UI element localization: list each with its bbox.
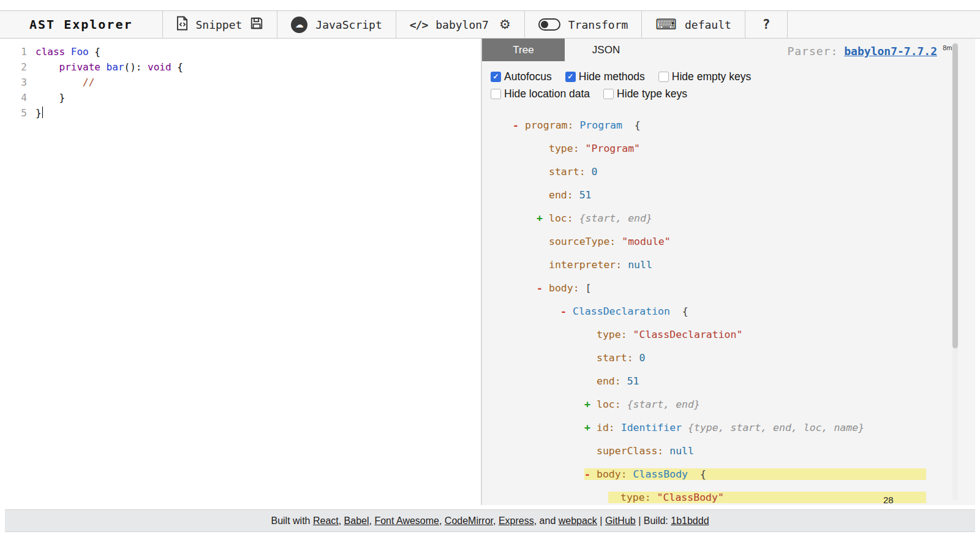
checkbox-hide-methods[interactable]: ✓Hide methods — [565, 70, 645, 83]
parser-selector[interactable]: </> babylon7 ⚙ — [396, 11, 525, 38]
tab-tree[interactable]: Tree — [482, 39, 565, 61]
collapse-icon[interactable]: - — [560, 305, 573, 317]
code-text: class Foo { — [27, 44, 100, 59]
tree-row[interactable]: superClass: null — [482, 439, 975, 462]
tree-row[interactable]: sourceType: "module" — [482, 230, 975, 253]
parser-info: Parser: babylon7-7.7.2 — [787, 39, 937, 63]
tree-options: ✓Autofocus✓Hide methodsHide empty keys H… — [491, 68, 762, 102]
language-selector[interactable]: ☁ JavaScript — [277, 11, 396, 38]
footer-link-webpack[interactable]: webpack — [559, 515, 597, 526]
checkbox-box[interactable] — [491, 89, 501, 99]
tree-row[interactable]: +id: Identifier {type, start, end, loc, … — [482, 416, 975, 439]
app-title: AST Explorer — [13, 17, 149, 32]
tree-row[interactable]: -body: ClassBody { — [482, 462, 975, 485]
code-icon: </> — [410, 18, 428, 31]
checkbox-label: Autofocus — [504, 70, 552, 83]
parser-name-label: babylon7 — [435, 18, 489, 31]
checkbox-autofocus[interactable]: ✓Autofocus — [491, 70, 552, 83]
footer-link-codemirror[interactable]: CodeMirror — [445, 515, 493, 526]
footer: Built with React, Babel, Font Awesome, C… — [5, 509, 975, 532]
parser-version-link[interactable]: babylon7-7.7.2 — [844, 45, 937, 58]
footer-text: Built with React, Babel, Font Awesome, C… — [271, 515, 709, 527]
code-line[interactable]: 3 // — [5, 75, 481, 90]
footer-text-seg: | — [597, 515, 605, 526]
keyboard-icon: ⌨ — [655, 16, 677, 33]
code-line[interactable]: 1class Foo { — [5, 44, 481, 59]
code-line[interactable]: 5} — [5, 105, 481, 121]
footer-link-font-awesome[interactable]: Font Awesome — [374, 515, 439, 526]
keymap-selector[interactable]: ⌨ default — [642, 11, 745, 38]
expand-icon[interactable]: + — [537, 212, 549, 224]
tree-row[interactable]: type: "ClassBody" — [482, 485, 975, 505]
checkbox-label: Hide empty keys — [672, 70, 751, 83]
editor-lines: 1class Foo {2 private bar(): void {3 //4… — [5, 44, 481, 121]
opt-row-1: ✓Autofocus✓Hide methodsHide empty keys — [491, 68, 762, 85]
help-icon: ? — [759, 17, 774, 32]
checkbox-box[interactable] — [658, 72, 669, 82]
checkbox-hide-empty-keys[interactable]: Hide empty keys — [658, 70, 751, 83]
tree-row[interactable]: +loc: {start, end} — [482, 206, 975, 230]
footer-text-seg: , — [339, 515, 344, 526]
collapse-icon[interactable]: - — [537, 282, 549, 294]
checkbox-box[interactable] — [603, 89, 614, 99]
checkbox-hide-type-keys[interactable]: Hide type keys — [603, 88, 687, 100]
file-code-icon — [176, 16, 188, 33]
checkbox-label: Hide location data — [504, 88, 590, 100]
footer-link-github[interactable]: GitHub — [605, 515, 636, 526]
collapse-icon[interactable]: - — [513, 119, 525, 131]
collapse-icon[interactable]: - — [584, 468, 597, 480]
parser-label: Parser: — [787, 45, 838, 58]
tree-row[interactable]: -body: [ — [482, 276, 975, 299]
toolbar: AST Explorer Snippet ☁ — [0, 10, 980, 39]
code-line[interactable]: 4 } — [5, 90, 481, 105]
cloud-icon: ☁ — [291, 17, 307, 33]
snippet-button[interactable]: Snippet — [163, 11, 278, 38]
tree-row[interactable]: -program: Program { — [482, 113, 975, 137]
scroll-hint-text: 28 — [883, 495, 894, 505]
code-line[interactable]: 2 private bar(): void { — [5, 59, 481, 75]
tab-json[interactable]: JSON — [565, 39, 647, 61]
checkbox-box[interactable]: ✓ — [565, 72, 576, 82]
app-title-section: AST Explorer — [0, 11, 163, 38]
tree-row[interactable]: interpreter: null — [482, 253, 975, 276]
text-cursor — [42, 107, 43, 118]
expand-icon[interactable]: + — [584, 399, 597, 410]
tree-row[interactable]: type: "Program" — [482, 137, 975, 160]
checkbox-box[interactable]: ✓ — [491, 72, 501, 82]
scrollbar-thumb[interactable] — [952, 43, 958, 348]
language-label: JavaScript — [315, 18, 382, 31]
tree-row[interactable]: +loc: {start, end} — [482, 392, 975, 416]
checkbox-label: Hide methods — [579, 70, 645, 83]
tree-row[interactable]: end: 51 — [482, 183, 975, 206]
checkbox-hide-location-data[interactable]: Hide location data — [491, 88, 590, 100]
tree-row[interactable]: -ClassDeclaration { — [482, 299, 975, 323]
code-text: } — [27, 90, 65, 105]
code-editor-pane[interactable]: 1class Foo {2 private bar(): void {3 //4… — [5, 39, 481, 505]
footer-link-babel[interactable]: Babel — [344, 515, 369, 526]
snippet-label: Snippet — [196, 18, 243, 31]
line-number: 2 — [5, 59, 27, 75]
line-number: 5 — [5, 105, 27, 121]
footer-link-1b1bddd[interactable]: 1b1bddd — [671, 515, 709, 526]
footer-text-seg: | Build: — [636, 515, 671, 526]
opt-row-2: Hide location dataHide type keys — [491, 85, 762, 102]
code-text: } — [27, 105, 43, 121]
footer-link-express[interactable]: Express — [499, 515, 534, 526]
toggle-off-icon[interactable] — [538, 18, 560, 31]
code-text: private bar(): void { — [27, 59, 183, 75]
tree-scrollbar[interactable] — [952, 42, 958, 500]
expand-icon[interactable]: + — [584, 422, 597, 433]
checkbox-label: Hide type keys — [617, 88, 687, 100]
gear-icon[interactable]: ⚙ — [499, 17, 511, 32]
tree-row[interactable]: type: "ClassDeclaration" — [482, 323, 975, 346]
tree-row[interactable]: start: 0 — [482, 160, 975, 183]
footer-text-seg: , and — [534, 515, 559, 526]
tree-row[interactable]: start: 0 — [482, 346, 975, 369]
save-icon[interactable] — [250, 17, 263, 32]
line-number: 3 — [5, 75, 27, 90]
ast-explorer-app: AST Explorer Snippet ☁ — [0, 0, 980, 551]
help-button[interactable]: ? — [745, 11, 788, 38]
footer-link-react[interactable]: React — [313, 515, 339, 526]
transform-toggle-button[interactable]: Transform — [525, 11, 643, 38]
tree-row[interactable]: end: 51 — [482, 369, 975, 392]
